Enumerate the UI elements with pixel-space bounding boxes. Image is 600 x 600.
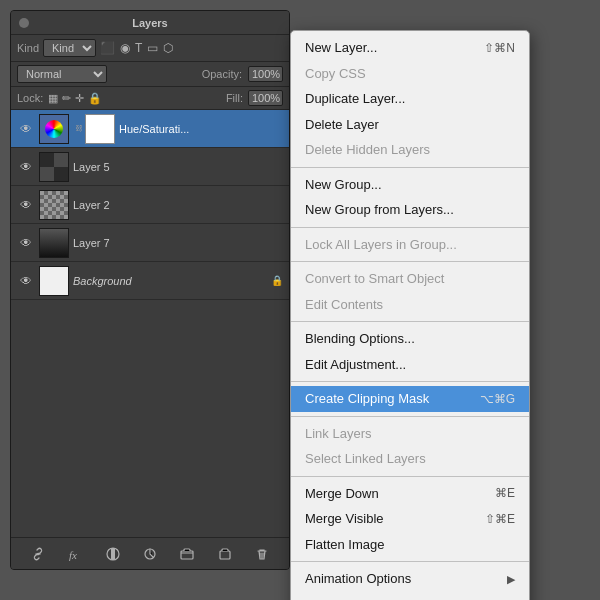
menu-item-delete-layer[interactable]: Delete Layer [291, 112, 529, 138]
layer-filter-row: Kind Kind ⬛ ◉ T ▭ ⬡ [11, 35, 289, 62]
blend-mode-select[interactable]: Normal [17, 65, 107, 83]
menu-item-label: Convert to Smart Object [305, 269, 444, 289]
layer-thumbnail [39, 228, 69, 258]
menu-item-new-layer[interactable]: New Layer... ⇧⌘N [291, 35, 529, 61]
menu-item-label: Panel Options... [305, 595, 398, 601]
layer-item[interactable]: 👁 Layer 7 [11, 224, 289, 262]
lock-position-icon[interactable]: ✛ [75, 92, 84, 105]
opacity-value[interactable]: 100% [248, 66, 283, 82]
panel-title-bar: Layers [11, 11, 289, 35]
submenu-arrow-icon: ▶ [507, 571, 515, 588]
layer-thumbnails: ⛓ [39, 114, 115, 144]
text-filter-icon[interactable]: T [135, 41, 142, 55]
layer-thumbnail [39, 190, 69, 220]
layer-name: Layer 2 [73, 199, 283, 211]
layer-content [40, 153, 68, 181]
menu-item-blending-options[interactable]: Blending Options... [291, 326, 529, 352]
layer-thumbnail [39, 152, 69, 182]
menu-item-label: Blending Options... [305, 329, 415, 349]
context-menu: New Layer... ⇧⌘N Copy CSS Duplicate Laye… [290, 30, 530, 600]
visibility-icon[interactable]: 👁 [17, 158, 35, 176]
layer-content [40, 229, 68, 257]
lock-all-icon[interactable]: 🔒 [88, 92, 102, 105]
menu-item-edit-contents[interactable]: Edit Contents [291, 292, 529, 318]
menu-item-label: Create Clipping Mask [305, 389, 429, 409]
filter-icons: ⬛ ◉ T ▭ ⬡ [100, 41, 173, 55]
menu-item-delete-hidden[interactable]: Delete Hidden Layers [291, 137, 529, 163]
link-layers-button[interactable] [27, 543, 49, 565]
delete-layer-button[interactable] [251, 543, 273, 565]
layer-item[interactable]: 👁 Layer 2 [11, 186, 289, 224]
menu-item-label: Copy CSS [305, 64, 366, 84]
menu-item-lock-all[interactable]: Lock All Layers in Group... [291, 232, 529, 258]
menu-item-flatten-image[interactable]: Flatten Image [291, 532, 529, 558]
menu-item-label: Flatten Image [305, 535, 385, 555]
fx-button[interactable]: fx [64, 543, 86, 565]
menu-separator [291, 381, 529, 382]
kind-label: Kind [17, 42, 39, 54]
menu-item-new-group-from-layers[interactable]: New Group from Layers... [291, 197, 529, 223]
menu-item-convert-smart[interactable]: Convert to Smart Object [291, 266, 529, 292]
menu-item-label: Edit Adjustment... [305, 355, 406, 375]
new-group-button[interactable] [176, 543, 198, 565]
add-adjustment-button[interactable] [139, 543, 161, 565]
svg-rect-4 [181, 551, 193, 559]
menu-separator [291, 261, 529, 262]
menu-item-label: Animation Options [305, 569, 411, 589]
menu-item-label: New Group from Layers... [305, 200, 454, 220]
menu-item-label: Select Linked Layers [305, 449, 426, 469]
layer-name: Layer 7 [73, 237, 283, 249]
layer-item[interactable]: 👁 Background 🔒 [11, 262, 289, 300]
shape-filter-icon[interactable]: ▭ [147, 41, 158, 55]
panel-close-button[interactable] [19, 18, 29, 28]
menu-separator [291, 416, 529, 417]
svg-rect-5 [220, 551, 230, 559]
chain-icon: ⛓ [75, 124, 83, 133]
menu-item-panel-options[interactable]: Panel Options... [291, 592, 529, 601]
hue-circle-icon [45, 120, 63, 138]
fill-label: Fill: [226, 92, 243, 104]
menu-item-duplicate-layer[interactable]: Duplicate Layer... [291, 86, 529, 112]
layer-thumbnail [39, 114, 69, 144]
pixel-filter-icon[interactable]: ⬛ [100, 41, 115, 55]
layers-panel: Layers Kind Kind ⬛ ◉ T ▭ ⬡ Normal Opacit… [10, 10, 290, 570]
lock-label: Lock: [17, 92, 43, 104]
menu-separator [291, 561, 529, 562]
add-mask-button[interactable] [102, 543, 124, 565]
menu-item-edit-adjustment[interactable]: Edit Adjustment... [291, 352, 529, 378]
visibility-icon[interactable]: 👁 [17, 120, 35, 138]
adjustment-filter-icon[interactable]: ◉ [120, 41, 130, 55]
menu-item-animation-options[interactable]: Animation Options ▶ [291, 566, 529, 592]
menu-item-link-layers[interactable]: Link Layers [291, 421, 529, 447]
menu-item-copy-css[interactable]: Copy CSS [291, 61, 529, 87]
menu-item-label: Lock All Layers in Group... [305, 235, 457, 255]
fill-value[interactable]: 100% [248, 90, 283, 106]
new-layer-button[interactable] [214, 543, 236, 565]
lock-paint-icon[interactable]: ✏ [62, 92, 71, 105]
layer-item[interactable]: 👁 ⛓ Hue/Saturati... [11, 110, 289, 148]
menu-item-label: Merge Visible [305, 509, 384, 529]
opacity-label: Opacity: [202, 68, 242, 80]
visibility-icon[interactable]: 👁 [17, 234, 35, 252]
menu-item-label: Delete Layer [305, 115, 379, 135]
layer-name: Layer 5 [73, 161, 283, 173]
kind-select[interactable]: Kind [43, 39, 96, 57]
menu-shortcut: ⌥⌘G [480, 390, 515, 408]
menu-item-new-group[interactable]: New Group... [291, 172, 529, 198]
visibility-icon[interactable]: 👁 [17, 272, 35, 290]
menu-item-merge-down[interactable]: Merge Down ⌘E [291, 481, 529, 507]
menu-item-label: Link Layers [305, 424, 371, 444]
panel-toolbar: fx [11, 537, 289, 569]
svg-text:fx: fx [69, 549, 77, 561]
layer-item[interactable]: 👁 Layer 5 [11, 148, 289, 186]
menu-item-create-clipping-mask[interactable]: Create Clipping Mask ⌥⌘G [291, 386, 529, 412]
menu-item-merge-visible[interactable]: Merge Visible ⇧⌘E [291, 506, 529, 532]
layers-list: 👁 ⛓ Hue/Saturati... 👁 Layer 5 👁 [11, 110, 289, 300]
smart-filter-icon[interactable]: ⬡ [163, 41, 173, 55]
menu-shortcut: ⇧⌘N [484, 39, 515, 57]
menu-item-label: New Layer... [305, 38, 377, 58]
menu-item-label: New Group... [305, 175, 382, 195]
lock-transparent-icon[interactable]: ▦ [48, 92, 58, 105]
menu-item-select-linked[interactable]: Select Linked Layers [291, 446, 529, 472]
visibility-icon[interactable]: 👁 [17, 196, 35, 214]
